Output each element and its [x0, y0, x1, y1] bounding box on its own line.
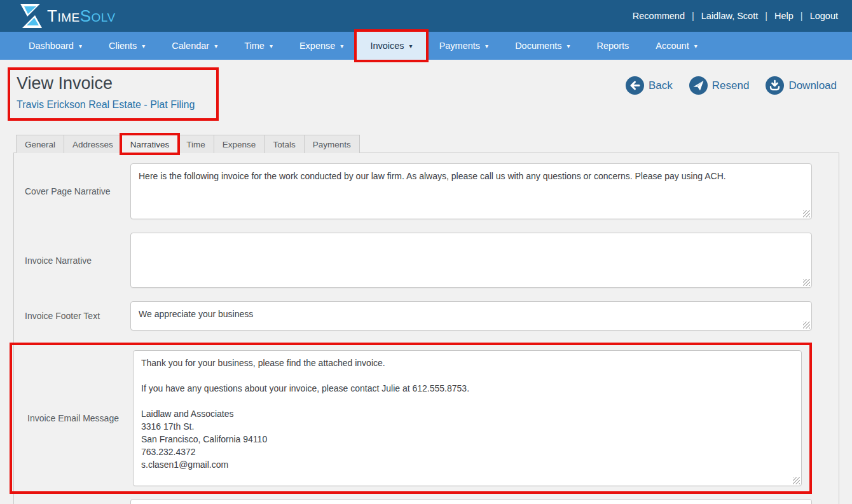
nav-item-account[interactable]: Account▾ [642, 32, 710, 60]
chevron-down-icon: ▾ [270, 42, 273, 50]
paper-plane-icon [689, 76, 708, 95]
hourglass-logo-icon [19, 3, 43, 29]
invoice-footer-text-row: Invoice Footer Text We appreciate your b… [14, 301, 839, 330]
download-icon [766, 76, 784, 95]
separator: | [692, 11, 694, 21]
cover-page-narrative-row: Cover Page Narrative Here is the followi… [14, 163, 839, 219]
nav-item-reports[interactable]: Reports [584, 32, 643, 60]
main-nav: Dashboard▾ Clients▾ Calendar▾ Time▾ Expe… [0, 32, 852, 60]
bottom-partial-row [14, 499, 839, 504]
back-button[interactable]: Back [626, 76, 673, 95]
resend-button[interactable]: Resend [689, 76, 750, 95]
chevron-down-icon: ▾ [142, 42, 145, 50]
invoice-email-message-input[interactable]: Thank you for your business, please find… [133, 350, 802, 486]
chevron-down-icon: ▾ [567, 42, 570, 50]
chevron-down-icon: ▾ [694, 42, 697, 50]
brand-name: TIMESOLV [47, 6, 116, 26]
page-title: View Invoice [17, 74, 205, 93]
recommend-link[interactable]: Recommend [633, 11, 685, 21]
tab-addresses[interactable]: Addresses [64, 135, 122, 153]
user-account-link[interactable]: Laidlaw, Scott [701, 11, 758, 21]
download-button[interactable]: Download [766, 76, 837, 95]
tab-narratives[interactable]: Narratives [121, 135, 179, 153]
chevron-down-icon: ▾ [79, 42, 82, 50]
invoice-narrative-label: Invoice Narrative [14, 255, 130, 266]
title-row: View Invoice Travis Erickson Real Estate… [0, 60, 852, 121]
invoice-narrative-row: Invoice Narrative [14, 233, 839, 288]
nav-item-expense[interactable]: Expense▾ [286, 32, 357, 60]
tab-expense[interactable]: Expense [214, 135, 265, 153]
timesolv-logo[interactable]: TIMESOLV [19, 3, 116, 29]
top-bar: TIMESOLV Recommend | Laidlaw, Scott | He… [0, 0, 852, 32]
back-arrow-icon [626, 76, 644, 95]
separator: | [765, 11, 767, 21]
chevron-down-icon: ▾ [485, 42, 488, 50]
nav-item-documents[interactable]: Documents▾ [502, 32, 583, 60]
cover-page-narrative-input[interactable]: Here is the following invoice for the wo… [130, 163, 812, 219]
annotation-box-title: View Invoice Travis Erickson Real Estate… [8, 67, 219, 121]
nav-item-payments[interactable]: Payments▾ [426, 32, 502, 60]
chevron-down-icon: ▾ [340, 42, 343, 50]
nav-item-calendar[interactable]: Calendar▾ [158, 32, 231, 60]
invoice-footer-text-label: Invoice Footer Text [14, 311, 130, 321]
chevron-down-icon: ▾ [214, 42, 217, 50]
chevron-down-icon: ▾ [409, 42, 413, 50]
tab-totals[interactable]: Totals [264, 135, 304, 153]
top-links: Recommend | Laidlaw, Scott | Help | Logo… [633, 11, 838, 21]
nav-item-clients[interactable]: Clients▾ [95, 32, 158, 60]
invoice-email-message-label: Invoice Email Message [17, 413, 133, 423]
invoice-narrative-input[interactable] [130, 233, 812, 288]
tab-time[interactable]: Time [177, 135, 214, 153]
nav-item-invoices[interactable]: Invoices▾ [357, 32, 425, 60]
invoice-tabs: General Addresses Narratives Time Expens… [16, 135, 852, 153]
logout-link[interactable]: Logout [810, 11, 838, 21]
invoice-email-message-row: Invoice Email Message Thank you for your… [10, 343, 812, 494]
invoice-actions: Back Resend Download [626, 76, 837, 95]
invoice-footer-text-input[interactable]: We appreciate your business [130, 301, 812, 330]
nav-item-dashboard[interactable]: Dashboard▾ [15, 32, 95, 60]
invoice-client-matter: Travis Erickson Real Estate - Plat Filin… [17, 99, 205, 111]
tab-general[interactable]: General [16, 135, 64, 153]
bottom-partial-input[interactable] [130, 499, 812, 504]
narratives-panel: Cover Page Narrative Here is the followi… [13, 153, 839, 504]
help-link[interactable]: Help [774, 11, 794, 21]
cover-page-narrative-label: Cover Page Narrative [14, 186, 130, 196]
nav-item-time[interactable]: Time▾ [231, 32, 286, 60]
tab-payments[interactable]: Payments [304, 135, 360, 153]
separator: | [800, 11, 803, 21]
